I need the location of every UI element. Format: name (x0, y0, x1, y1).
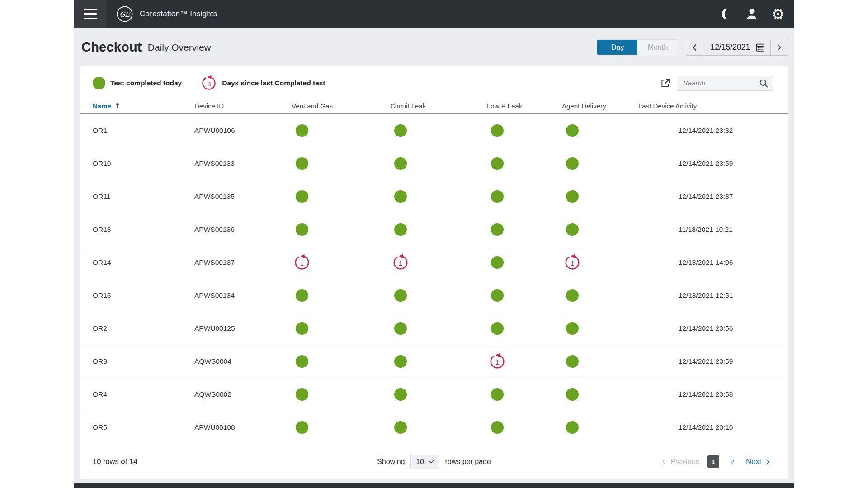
legend-row: Test completed today 3 Days since last C… (80, 66, 788, 98)
table-row-or11[interactable]: OR11 APWS00135 12/14/2021 23:37 (80, 180, 788, 213)
vent-and-gas-status (292, 322, 390, 335)
circuit-leak-status (390, 421, 487, 434)
test-completed-icon (491, 157, 504, 170)
row-name: OR5 (93, 423, 194, 432)
day-toggle-button[interactable]: Day (597, 40, 637, 55)
low-p-leak-status (487, 223, 562, 236)
test-completed-icon (394, 157, 407, 170)
table-row-or2[interactable]: OR2 APWU00125 12/14/2021 23:56 (80, 312, 788, 345)
dark-mode-moon-icon[interactable] (718, 7, 733, 21)
column-header-agent-delivery[interactable]: Agent Delivery (562, 102, 638, 110)
circuit-leak-status (390, 190, 487, 203)
test-completed-icon (566, 289, 579, 302)
test-completed-icon (491, 388, 504, 401)
next-day-button[interactable] (771, 39, 788, 56)
rows-per-page-select[interactable]: 10 (410, 455, 439, 469)
low-p-leak-status (487, 388, 562, 401)
page-button-2[interactable]: 2 (726, 455, 738, 468)
agent-delivery-status (562, 190, 638, 203)
days-since-last-test-icon: 1 (489, 353, 506, 370)
top-app-bar: GE Carestation™ Insights ⚙ (74, 0, 794, 28)
row-device-id: APWS00133 (194, 160, 292, 168)
table-row-or13[interactable]: OR13 APWS00136 11/18/2021 10:21 (80, 213, 788, 246)
chevron-down-icon (428, 460, 434, 464)
test-completed-icon (566, 388, 579, 401)
test-completed-icon (394, 190, 407, 203)
low-p-leak-status: 1 (487, 353, 562, 370)
test-completed-icon (566, 190, 579, 203)
date-picker-field[interactable]: 12/15/2021 (703, 39, 771, 56)
vent-and-gas-status (292, 124, 390, 137)
legend-overdue: 3 Days since last Completed test (201, 75, 325, 91)
date-value: 12/15/2021 (710, 42, 750, 52)
search-input[interactable] (683, 79, 759, 87)
month-toggle-button[interactable]: Month (637, 40, 678, 55)
circuit-leak-status: 1 (390, 254, 487, 271)
table-row-or4[interactable]: OR4 AQWS0002 12/14/2021 23:58 (80, 378, 788, 411)
agent-delivery-status (562, 157, 638, 170)
row-device-id: APWU00108 (194, 423, 292, 432)
agent-delivery-status (562, 322, 638, 335)
table-row-or1[interactable]: OR1 APWU00106 12/14/2021 23:32 (80, 114, 788, 147)
test-completed-icon (296, 124, 308, 137)
days-overdue-value: 1 (392, 254, 409, 271)
table-row-or10[interactable]: OR10 APWS00133 12/14/2021 23:59 (80, 147, 788, 180)
test-completed-icon (296, 190, 308, 203)
table-body: OR1 APWU00106 12/14/2021 23:32 OR10 APWS… (80, 114, 788, 444)
row-last-activity: 12/14/2021 23:59 (638, 160, 773, 168)
column-header-circuit-leak[interactable]: Circuit Leak (390, 102, 487, 110)
test-completed-icon (566, 223, 579, 236)
column-header-low-p-leak[interactable]: Low P Leak (487, 102, 562, 110)
agent-delivery-status (562, 124, 638, 137)
next-page-button[interactable]: Next (746, 457, 770, 466)
test-completed-icon (296, 355, 308, 368)
test-completed-icon (394, 421, 407, 434)
test-completed-icon (566, 421, 579, 434)
search-icon[interactable] (759, 79, 769, 88)
previous-day-button[interactable] (686, 39, 703, 56)
previous-page-button[interactable]: Previous (662, 457, 699, 466)
page-subtitle: Daily Overview (148, 42, 211, 53)
hamburger-menu-button[interactable] (74, 0, 106, 28)
test-completed-icon (296, 223, 308, 236)
chevron-left-icon (662, 458, 666, 465)
circuit-leak-status (390, 322, 487, 335)
column-header-name[interactable]: Name↑ (93, 102, 194, 110)
user-profile-icon[interactable] (745, 7, 759, 21)
rows-per-page-control: Showing 10 rows per page (377, 455, 491, 469)
circuit-leak-status (390, 388, 487, 401)
circuit-leak-status (390, 223, 487, 236)
column-header-device-id[interactable]: Device ID (194, 102, 292, 110)
bottom-bar (74, 483, 794, 488)
row-name: OR10 (93, 160, 194, 168)
test-completed-icon (566, 124, 579, 137)
export-icon[interactable] (660, 77, 671, 89)
days-overdue-value: 1 (489, 353, 506, 370)
table-row-or5[interactable]: OR5 APWU00108 12/14/2021 23:10 (80, 411, 788, 444)
row-device-id: APWS00134 (194, 291, 292, 300)
test-completed-icon (296, 289, 308, 302)
low-p-leak-status (487, 256, 562, 269)
rows-summary: 10 rows of 14 (93, 457, 137, 466)
rows-per-page-value: 10 (416, 458, 424, 466)
sort-ascending-icon: ↑ (114, 102, 120, 110)
row-device-id: APWS00137 (194, 258, 292, 267)
row-last-activity: 12/13/2021 14:06 (638, 258, 773, 267)
app-title: Carestation™ Insights (140, 9, 217, 19)
table-row-or14[interactable]: OR14 APWS00137 1 1 1 12/13/2021 14:06 (80, 246, 788, 279)
vent-and-gas-status (292, 388, 390, 401)
page-title: Checkout (81, 40, 142, 55)
table-row-or3[interactable]: OR3 AQWS0004 1 12/14/2021 23:59 (80, 345, 788, 378)
page-button-1[interactable]: 1 (707, 455, 719, 468)
test-completed-icon (566, 355, 579, 368)
settings-gear-icon[interactable]: ⚙ (771, 7, 785, 21)
table-row-or15[interactable]: OR15 APWS00134 12/13/2021 12:51 (80, 279, 788, 312)
day-month-toggle: Day Month (597, 39, 678, 55)
test-completed-icon (491, 124, 504, 137)
row-name: OR11 (93, 192, 194, 201)
column-header-vent-and-gas[interactable]: Vent and Gas (292, 102, 390, 110)
test-completed-icon (491, 256, 504, 269)
column-header-last-device-activity[interactable]: Last Device Activity (638, 102, 773, 110)
page-body: Checkout Daily Overview Day Month 12/15/… (74, 28, 794, 483)
vent-and-gas-status (292, 223, 390, 236)
